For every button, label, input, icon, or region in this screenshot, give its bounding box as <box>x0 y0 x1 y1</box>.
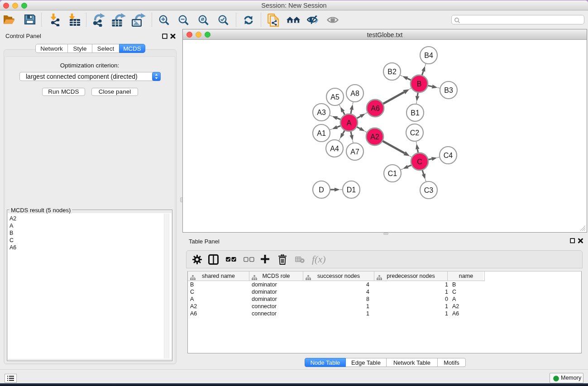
svg-text:A8: A8 <box>350 90 359 97</box>
svg-text:A4: A4 <box>330 145 339 152</box>
svg-text:B1: B1 <box>411 109 420 117</box>
svg-text:C: C <box>417 158 422 166</box>
svg-text:C4: C4 <box>444 152 453 159</box>
svg-text:A5: A5 <box>330 93 339 101</box>
svg-text:D: D <box>319 186 324 194</box>
svg-text:A3: A3 <box>317 109 326 116</box>
svg-text:B2: B2 <box>387 68 397 76</box>
svg-text:B3: B3 <box>444 86 453 94</box>
svg-text:A: A <box>347 119 352 127</box>
svg-text:A2: A2 <box>370 133 379 141</box>
svg-text:A7: A7 <box>350 148 359 156</box>
svg-text:C1: C1 <box>388 170 397 177</box>
svg-text:B4: B4 <box>424 52 433 59</box>
svg-text:C3: C3 <box>424 186 434 194</box>
svg-text:A6: A6 <box>371 105 380 112</box>
svg-text:B: B <box>417 80 422 88</box>
svg-text:C2: C2 <box>410 129 420 137</box>
svg-text:D1: D1 <box>347 186 356 194</box>
svg-text:A1: A1 <box>317 129 326 137</box>
